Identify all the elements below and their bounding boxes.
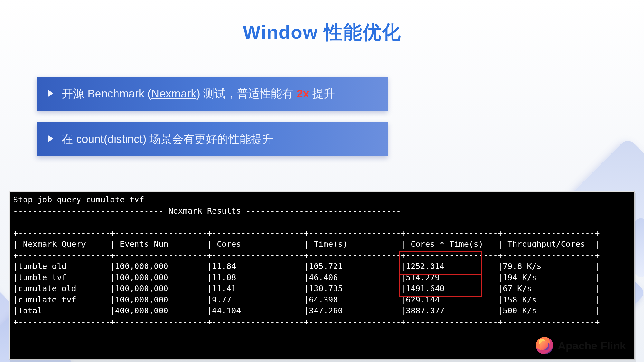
bullet-arrow-icon <box>48 135 53 142</box>
brand-label: Apache Flink <box>558 339 626 352</box>
terminal-frame: Stop job query cumulate_tvf ------------… <box>9 191 635 360</box>
slide-title: Window 性能优化 <box>0 20 644 45</box>
bullet-text: 在 count(distinct) 场景会有更好的性能提升 <box>62 133 273 145</box>
slide: Window 性能优化 开源 Benchmark (Nexmark) 测试，普适… <box>0 0 644 362</box>
table-row: |cumulate_old |100,000,000 |11.41 |130.7… <box>13 284 600 293</box>
table-row: |Total |400,000,000 |44.104 |347.260 |38… <box>13 306 600 315</box>
terminal-line: +-------------------+-------------------… <box>13 317 600 327</box>
bullet-text: 提升 <box>309 87 335 100</box>
table-row: |tumble_tvf |100,000,000 |11.08 |46.406 … <box>13 273 600 282</box>
bullet-list: 开源 Benchmark (Nexmark) 测试，普适性能有 2x 提升 在 … <box>37 77 388 167</box>
bullet-benchmark: 开源 Benchmark (Nexmark) 测试，普适性能有 2x 提升 <box>37 77 388 111</box>
bullet-arrow-icon <box>48 90 53 97</box>
terminal-line: ------------------------------- Nexmark … <box>13 206 401 216</box>
table-row: |cumulate_tvf |100,000,000 |9.77 |64.398… <box>13 295 600 304</box>
terminal-line: Stop job query cumulate_tvf <box>13 195 144 204</box>
nexmark-link[interactable]: Nexmark <box>151 87 196 100</box>
flink-logo-icon <box>536 337 553 354</box>
bullet-count-distinct: 在 count(distinct) 场景会有更好的性能提升 <box>37 122 388 156</box>
terminal-line: +-------------------+-------------------… <box>13 228 600 238</box>
terminal-output: Stop job query cumulate_tvf ------------… <box>10 192 634 359</box>
footer: Apache Flink <box>536 337 626 354</box>
bullet-text: ) 测试，普适性能有 <box>196 87 297 100</box>
highlight-2x: 2x <box>297 87 309 100</box>
terminal-header-row: | Nexmark Query | Events Num | Cores | T… <box>13 239 600 249</box>
terminal-line: +-------------------+-------------------… <box>13 251 600 260</box>
table-row: |tumble_old |100,000,000 |11.84 |105.721… <box>13 262 600 271</box>
bullet-text: 开源 Benchmark ( <box>62 87 151 100</box>
